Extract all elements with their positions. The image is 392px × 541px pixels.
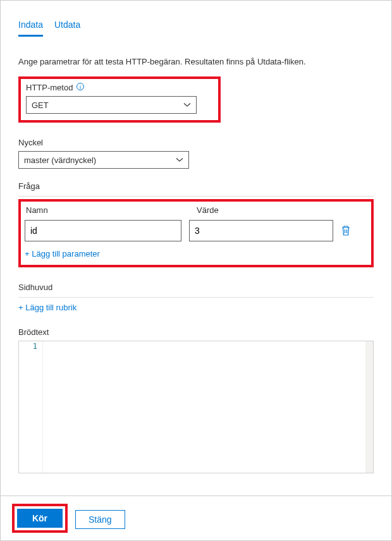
chevron-down-icon <box>176 156 183 164</box>
add-header-link[interactable]: + Lägg till rubrik <box>18 303 77 312</box>
query-value-header: Värde <box>190 205 367 215</box>
info-icon[interactable]: i <box>77 83 84 90</box>
query-row <box>25 220 367 241</box>
trash-icon[interactable] <box>341 225 351 236</box>
key-value: master (värdnyckel) <box>24 155 96 165</box>
http-method-label-text: HTTP-metod <box>26 83 73 92</box>
http-method-value: GET <box>32 100 49 110</box>
query-name-input[interactable] <box>25 220 181 241</box>
body-editor[interactable]: 1 <box>18 341 374 473</box>
divider <box>18 297 374 298</box>
tab-output[interactable]: Utdata <box>54 20 80 37</box>
query-value-input[interactable] <box>189 220 333 241</box>
query-headers: Namn Värde <box>25 205 367 215</box>
headers-label: Sidhuvud <box>18 283 374 292</box>
run-button-highlight: Kör <box>12 504 68 533</box>
query-highlight: Namn Värde + Lägg till parameter <box>18 199 374 267</box>
body-label: Brödtext <box>18 327 374 337</box>
query-name-header: Namn <box>25 205 190 215</box>
editor-content[interactable] <box>43 341 373 473</box>
add-query-param-link[interactable]: + Lägg till parameter <box>25 249 100 258</box>
run-button[interactable]: Kör <box>17 509 63 528</box>
editor-gutter: 1 <box>19 341 43 473</box>
chevron-down-icon <box>183 101 191 109</box>
http-method-highlight: HTTP-metod i GET <box>18 76 221 123</box>
key-label: Nyckel <box>18 138 374 147</box>
tab-input[interactable]: Indata <box>18 20 43 37</box>
divider <box>18 196 374 197</box>
key-select[interactable]: master (värdnyckel) <box>18 151 189 169</box>
tabs: Indata Utdata <box>18 6 374 37</box>
http-method-label: HTTP-metod i <box>26 83 213 92</box>
http-method-select[interactable]: GET <box>26 96 197 114</box>
query-label: Fråga <box>18 181 374 191</box>
intro-text: Ange parametrar för att testa HTTP-begär… <box>18 57 374 66</box>
footer: Kör Stäng <box>1 495 391 540</box>
close-button[interactable]: Stäng <box>75 510 125 529</box>
